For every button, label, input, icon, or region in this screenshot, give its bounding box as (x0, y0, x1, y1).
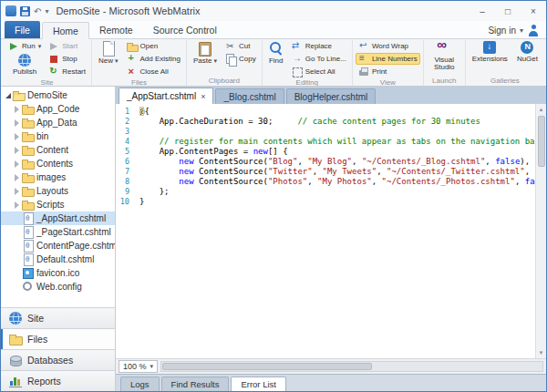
new-button[interactable]: New (95, 40, 122, 66)
minimize-button[interactable]: – (470, 1, 495, 21)
find-button[interactable]: Find (265, 40, 287, 66)
close-all-button[interactable]: Close All (124, 66, 183, 77)
tree-item-App_Code[interactable]: App_Code (1, 102, 115, 116)
stop-button[interactable]: Stop (46, 53, 88, 65)
scroll-up-icon[interactable]: ▲ (536, 104, 547, 115)
extensions-icon (483, 41, 496, 54)
tree-item-DemoSite[interactable]: DemoSite (1, 88, 115, 102)
tab-source-control[interactable]: Source Control (143, 21, 227, 38)
doc-tab-label: _Blog.cshtml (223, 92, 275, 102)
copy-button[interactable]: Copy (222, 53, 259, 65)
tree-item-ContentPage.cshtml[interactable]: ContentPage.cshtml (1, 239, 115, 253)
tree-item-Default.cshtml[interactable]: Default.cshtml (1, 253, 115, 266)
code-editor[interactable]: 1@{2 App.CacheDuration = 30; // cache co… (116, 104, 546, 358)
code-lines[interactable]: 1@{2 App.CacheDuration = 30; // cache co… (116, 104, 535, 358)
tree-item-App_Data[interactable]: App_Data (1, 116, 115, 129)
tab-logs[interactable]: Logs (120, 377, 160, 391)
zoom-control[interactable]: 100 % (119, 360, 158, 373)
expand-arrow-icon[interactable] (13, 132, 22, 141)
tree-item-Scripts[interactable]: Scripts (1, 198, 115, 211)
code-line-8[interactable]: 8 new ContentSource("Photos", "My Photos… (116, 177, 535, 187)
line-numbers-label: Line Numbers (372, 55, 418, 63)
expand-arrow-icon[interactable] (13, 187, 22, 196)
open-button[interactable]: Open (124, 40, 183, 52)
code-line-9[interactable]: 9 }; (116, 187, 535, 197)
goto-line-button[interactable]: Go To Line... (289, 53, 349, 65)
tree-item-_PageStart.cshtml[interactable]: _PageStart.cshtml (1, 225, 115, 239)
config-icon (22, 281, 34, 293)
left-panel: DemoSiteApp_CodeApp_DatabinContentConten… (1, 87, 116, 391)
nuget-button[interactable]: NuGet (513, 40, 542, 64)
maximize-button[interactable]: □ (495, 1, 521, 21)
save-icon[interactable] (20, 6, 30, 16)
code-line-2[interactable]: 2 App.CacheDuration = 30; // cache conte… (116, 117, 535, 127)
workspace-databases-button[interactable]: Databases (1, 349, 115, 370)
paste-button[interactable]: Paste (190, 40, 221, 66)
user-account-icon[interactable] (527, 25, 540, 36)
tree-item-images[interactable]: images (1, 170, 115, 184)
vertical-scroll-thumb[interactable] (538, 116, 545, 167)
doc-tab-appstart[interactable]: _AppStart.cshtml × (119, 88, 213, 104)
start-label: Start (62, 42, 77, 50)
horizontal-scroll-thumb[interactable] (162, 363, 372, 370)
code-line-5[interactable]: 5 App.ContentPages = new[] { (116, 147, 535, 157)
tab-error-list[interactable]: Error List (231, 377, 286, 391)
print-button[interactable]: Print (356, 66, 420, 77)
doc-tab-bloghelper[interactable]: BlogHelper.cshtml (286, 88, 377, 104)
replace-button[interactable]: Replace (289, 40, 349, 52)
code-line-1[interactable]: 1@{ (116, 107, 535, 117)
quick-access-dropdown-icon[interactable] (45, 7, 48, 15)
tree-item-Content[interactable]: Content (1, 143, 115, 157)
expand-arrow-icon[interactable] (13, 160, 22, 169)
tree-item-bin[interactable]: bin (1, 129, 115, 143)
word-wrap-button[interactable]: Word Wrap (356, 40, 420, 52)
add-existing-button[interactable]: Add Existing (124, 53, 183, 65)
collapse-arrow-icon[interactable] (4, 91, 13, 100)
run-button[interactable]: Run (5, 40, 44, 52)
expand-arrow-icon[interactable] (13, 105, 22, 114)
expand-arrow-icon[interactable] (13, 146, 22, 155)
tree-item-Contents[interactable]: Contents (1, 157, 115, 170)
doc-tab-blog[interactable]: _Blog.cshtml (215, 88, 284, 104)
code-line-3[interactable]: 3 (116, 127, 535, 137)
code-line-4[interactable]: 4 // register for main contents which wi… (116, 137, 535, 147)
workspace-reports-button[interactable]: Reports (1, 370, 115, 391)
tab-file[interactable]: File (5, 21, 40, 38)
start-button[interactable]: Start (46, 40, 88, 52)
visual-studio-button[interactable]: Visual Studio (427, 40, 462, 73)
workspace-site-button[interactable]: Site (1, 307, 115, 328)
tab-home[interactable]: Home (42, 22, 89, 39)
file-tree[interactable]: DemoSiteApp_CodeApp_DatabinContentConten… (1, 87, 115, 307)
sign-in-area[interactable]: Sign in (488, 25, 546, 38)
horizontal-scrollbar[interactable] (160, 361, 543, 372)
expand-arrow-icon[interactable] (13, 173, 22, 182)
tab-remote[interactable]: Remote (89, 21, 143, 38)
publish-button[interactable]: Publish (5, 53, 44, 77)
workspace-files-button[interactable]: Files (1, 328, 115, 349)
tab-close-icon[interactable]: × (201, 92, 205, 101)
code-line-7[interactable]: 7 new ContentSource("Twitter", "My Tweet… (116, 167, 535, 177)
tree-item-_AppStart.cshtml[interactable]: _AppStart.cshtml (1, 211, 115, 225)
vertical-scrollbar[interactable]: ▲ ▼ (535, 104, 546, 358)
tree-item-favicon.ico[interactable]: favicon.ico (1, 266, 115, 280)
select-all-button[interactable]: Select All (289, 66, 349, 77)
scroll-down-icon[interactable]: ▼ (536, 347, 547, 358)
restart-button[interactable]: Restart (46, 66, 88, 77)
cshtml-icon (22, 253, 34, 265)
extensions-button[interactable]: Extensions (469, 40, 511, 64)
line-numbers-button[interactable]: Line Numbers (356, 53, 420, 65)
undo-icon[interactable] (34, 6, 41, 16)
tree-item-Web.config[interactable]: Web.config (1, 280, 115, 294)
line-number: 5 (116, 147, 132, 157)
tree-item-Layouts[interactable]: Layouts (1, 184, 115, 198)
editor-status-bar: 100 % (116, 358, 546, 374)
code-line-10[interactable]: 10} (116, 197, 535, 207)
tab-find-results[interactable]: Find Results (161, 377, 230, 391)
expand-arrow-icon[interactable] (13, 201, 22, 210)
expand-arrow-icon[interactable] (13, 119, 22, 128)
tree-item-label: bin (36, 131, 48, 141)
cut-button[interactable]: Cut (222, 40, 259, 52)
code-line-6[interactable]: 6 new ContentSource("Blog", "My Blog", "… (116, 157, 535, 167)
close-button[interactable]: × (521, 1, 546, 21)
reports-workspace-icon (9, 375, 22, 387)
